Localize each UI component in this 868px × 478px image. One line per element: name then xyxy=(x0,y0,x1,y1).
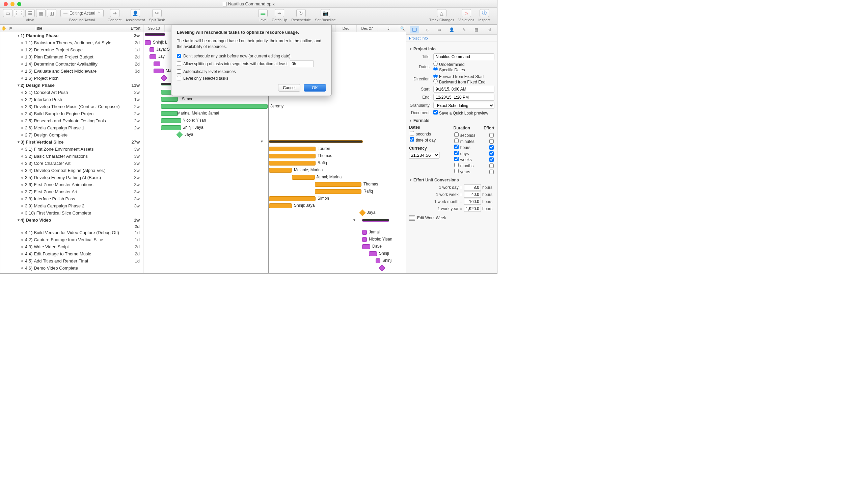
gantt-task-bar[interactable] xyxy=(161,125,181,130)
eff-minutes-checkbox[interactable] xyxy=(489,139,494,144)
gantt-task-bar[interactable] xyxy=(362,244,370,249)
direction-backward-radio[interactable] xyxy=(433,79,438,83)
dur-days-checkbox[interactable] xyxy=(454,151,459,155)
gantt-task-bar[interactable] xyxy=(150,47,154,52)
view-mode-4-button[interactable]: ▦ xyxy=(36,9,46,17)
outline-task-row[interactable]: 3.4)Develop Combat Engine (Alpha Ver.)3w xyxy=(0,167,143,174)
outline-task-row[interactable]: 1.6)Project Pitch xyxy=(0,75,143,82)
outline-task-row[interactable]: 2.5)Research and Evaluate Testing Tools2… xyxy=(0,117,143,124)
export-tab[interactable]: ⇲ xyxy=(484,26,494,33)
gantt-task-bar[interactable] xyxy=(362,237,367,242)
gantt-task-bar[interactable] xyxy=(315,182,361,187)
outline-group-row[interactable]: ▼3)First Vertical Slice27w xyxy=(0,139,143,146)
view-mode-1-button[interactable]: ▭ xyxy=(3,9,12,17)
view-mode-3-button[interactable]: ☰ xyxy=(25,9,35,17)
title-column-header[interactable]: Title xyxy=(14,26,126,31)
auto-level-checkbox[interactable] xyxy=(177,69,181,74)
project-info-tab[interactable] xyxy=(410,26,419,33)
ok-button[interactable]: OK xyxy=(304,84,326,92)
eff-days-checkbox[interactable] xyxy=(489,151,494,156)
outline-task-row[interactable]: 2.2)Interface Push1w xyxy=(0,96,143,103)
effort-column-header[interactable]: Effort xyxy=(126,26,143,31)
outline-task-row[interactable]: 1.3)Plan Estimated Project Budget2d xyxy=(0,53,143,60)
track-changes-button[interactable]: △ xyxy=(437,9,446,17)
dur-years-checkbox[interactable] xyxy=(454,169,459,173)
project-title-field[interactable] xyxy=(433,53,494,60)
start-date-field[interactable] xyxy=(433,86,494,93)
task-tab[interactable]: ▭ xyxy=(435,26,444,33)
dur-months-checkbox[interactable] xyxy=(454,163,459,167)
baseline-actual-select[interactable]: —Editing: Actual⌃ xyxy=(60,9,104,17)
outline-task-row[interactable]: 3.3)Core Character Art3w xyxy=(0,160,143,167)
gantt-milestone[interactable] xyxy=(359,209,366,216)
gantt-task-bar[interactable] xyxy=(161,104,268,109)
eff-hours-checkbox[interactable] xyxy=(489,145,494,150)
gantt-group-bar[interactable] xyxy=(145,33,165,36)
gantt-task-bar[interactable] xyxy=(269,154,316,158)
outline-task-row[interactable]: 4.3)Write Video Script2d xyxy=(0,243,143,250)
gantt-task-bar[interactable] xyxy=(269,203,292,208)
search-icon[interactable]: 🔍 xyxy=(399,25,406,32)
outline-task-row[interactable]: 1.5)Evaluate and Select Middleware3d xyxy=(0,68,143,75)
milestones-tab[interactable]: ◇ xyxy=(422,26,432,33)
end-date-field[interactable] xyxy=(433,94,494,101)
group-collapse-icon[interactable]: ▼ xyxy=(260,140,264,143)
outline-task-row[interactable]: 4.4)Edit Footage to Theme Music2d xyxy=(0,250,143,257)
group-collapse-icon[interactable]: ▼ xyxy=(353,218,356,222)
gantt-milestone[interactable] xyxy=(161,75,167,81)
gantt-task-bar[interactable] xyxy=(161,118,181,123)
outline-task-row[interactable]: 1.2)Determine Project Scope1d xyxy=(0,46,143,53)
outline-task-row[interactable]: 1.1)Brainstorm Themes, Audience, Art Sty… xyxy=(0,39,143,46)
edit-work-week-button[interactable]: Edit Work Week xyxy=(409,215,494,221)
date-seconds-checkbox[interactable] xyxy=(410,131,414,135)
outline-task-row[interactable]: 4.1)Build Version for Video Capture (Deb… xyxy=(0,229,143,236)
conversion-value-field[interactable] xyxy=(464,206,481,212)
eff-weeks-checkbox[interactable] xyxy=(489,157,494,162)
conversion-value-field[interactable] xyxy=(464,184,481,191)
eff-months-checkbox[interactable] xyxy=(489,163,494,168)
formats-section[interactable]: Formats xyxy=(409,118,494,123)
outline-group-row[interactable]: ▼1)Planning Phase2w xyxy=(0,32,143,39)
outline-task-row[interactable]: 3.8)Interface Polish Pass3w xyxy=(0,195,143,202)
outline-task-row[interactable]: 3.9)Media Campaign Phase 23w xyxy=(0,202,143,209)
view-mode-2-button[interactable]: ⋮⋮ xyxy=(14,9,24,17)
dur-weeks-checkbox[interactable] xyxy=(454,157,459,161)
currency-select[interactable]: $1,234.56 xyxy=(409,152,439,158)
dur-seconds-checkbox[interactable] xyxy=(454,132,459,137)
outline-task-row[interactable]: 3.1)First Zone Environment Assets3w xyxy=(0,146,143,153)
violations-button[interactable]: ⦸ xyxy=(462,9,471,17)
outline-task-row[interactable]: 1.4)Determine Contractor Availability2d xyxy=(0,60,143,68)
quicklook-checkbox[interactable] xyxy=(433,110,438,115)
gantt-task-bar[interactable] xyxy=(161,111,178,116)
date-timeofday-checkbox[interactable] xyxy=(410,137,414,142)
cancel-button[interactable]: Cancel xyxy=(278,84,300,92)
gantt-task-bar[interactable] xyxy=(315,189,361,194)
dates-undetermined-radio[interactable] xyxy=(433,61,438,66)
dates-specific-radio[interactable] xyxy=(433,67,438,71)
level-button[interactable]: ▬ xyxy=(258,9,268,17)
outline-task-row[interactable]: 3.7)First Zone Monster Art3w xyxy=(0,188,143,195)
outline-task-row[interactable]: 3.10)First Vertical Slice Complete xyxy=(0,209,143,217)
gantt-task-bar[interactable] xyxy=(150,54,156,59)
gantt-task-bar[interactable] xyxy=(269,161,316,166)
gantt-group-bar[interactable] xyxy=(269,140,363,143)
gantt-task-bar[interactable] xyxy=(154,61,160,66)
outline-task-row[interactable]: 2.7)Design Complete xyxy=(0,131,143,139)
gantt-task-bar[interactable] xyxy=(292,175,315,180)
gantt-task-bar[interactable] xyxy=(161,97,178,102)
outline-task-row[interactable]: 3.6)First Zone Monster Animations3w xyxy=(0,181,143,188)
split-duration-field[interactable] xyxy=(290,60,314,67)
gantt-task-bar[interactable] xyxy=(269,147,316,151)
connect-button[interactable]: ⇢ xyxy=(110,9,119,17)
dont-schedule-before-now-checkbox[interactable] xyxy=(177,54,181,58)
gantt-task-bar[interactable] xyxy=(376,258,380,263)
outline-task-row[interactable]: 3.5)Develop Enemy Pathing AI (Basic)3w xyxy=(0,174,143,181)
dur-hours-checkbox[interactable] xyxy=(454,145,459,149)
conversion-value-field[interactable] xyxy=(464,199,481,205)
split-task-button[interactable]: ✂ xyxy=(152,9,162,17)
outline-task-row[interactable]: 3.2)Basic Character Animations3w xyxy=(0,153,143,160)
outline-task-row[interactable]: 2.6)Media Campaign Phase 12w xyxy=(0,124,143,131)
conversion-value-field[interactable] xyxy=(464,192,481,198)
gantt-group-bar[interactable] xyxy=(362,219,389,222)
allow-splitting-checkbox[interactable] xyxy=(177,61,181,66)
